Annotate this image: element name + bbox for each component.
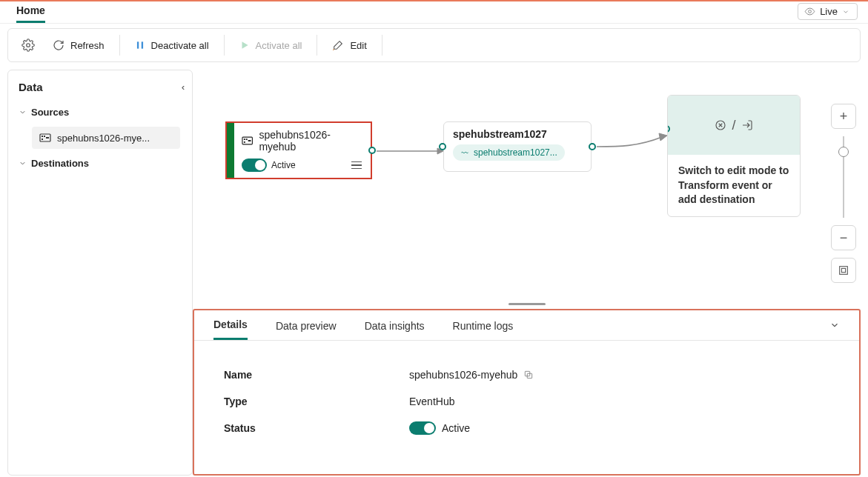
side-panel-title: Data — [19, 81, 43, 93]
refresh-button[interactable]: Refresh — [45, 35, 112, 56]
deactivate-all-label: Deactivate all — [151, 40, 209, 51]
eye-icon — [804, 6, 815, 17]
source-active-toggle[interactable] — [242, 159, 267, 172]
destinations-label: Destinations — [31, 158, 89, 169]
activate-all-label: Activate all — [256, 40, 302, 51]
edit-button[interactable]: Edit — [325, 35, 374, 56]
separator — [382, 35, 382, 56]
eventhub-icon — [242, 135, 253, 147]
svg-point-1 — [27, 44, 30, 47]
stream-pill-label: spehubstream1027... — [474, 147, 557, 158]
canvas[interactable]: spehubns1026-myehub Active — [193, 70, 861, 309]
detail-status-value: Active — [442, 422, 470, 434]
settings-button[interactable] — [14, 34, 42, 56]
refresh-icon — [53, 39, 64, 51]
destinations-group[interactable]: Destinations — [16, 152, 185, 175]
source-node[interactable]: spehubns1026-myehub Active — [225, 121, 372, 179]
detail-name-value: spehubns1026-myehub — [409, 369, 517, 381]
source-menu-button[interactable] — [351, 161, 362, 170]
destination-icons: / — [668, 96, 800, 155]
toolbar: Refresh Deactivate all Activate all Edit — [7, 28, 861, 62]
stream-node-title: spehubstream1027 — [453, 128, 582, 140]
transform-icon — [714, 119, 727, 132]
inspector-panel: Details Data preview Data insights Runti… — [193, 309, 861, 476]
zoom-thumb[interactable] — [838, 147, 849, 157]
svg-rect-3 — [141, 41, 142, 48]
copy-icon[interactable] — [523, 370, 534, 380]
side-panel: Data ‹‹ Sources spehubns1026-mye... Dest… — [7, 70, 193, 476]
chevron-down-icon — [829, 320, 840, 330]
connector — [597, 130, 667, 153]
live-mode-label: Live — [820, 6, 838, 17]
detail-type-value: EventHub — [409, 396, 454, 407]
stream-node[interactable]: spehubstream1027 spehubstream1027... — [443, 121, 592, 172]
input-port[interactable] — [439, 143, 446, 150]
tab-data-preview[interactable]: Data preview — [276, 314, 337, 339]
source-item[interactable]: spehubns1026-mye... — [32, 127, 180, 149]
svg-rect-11 — [246, 139, 248, 140]
tab-details[interactable]: Details — [213, 313, 248, 340]
svg-rect-18 — [840, 267, 848, 275]
eventhub-icon — [39, 132, 51, 144]
zoom-in-button[interactable]: + — [831, 104, 856, 129]
live-mode-button[interactable]: Live — [798, 3, 858, 20]
tab-data-insights[interactable]: Data insights — [365, 314, 425, 339]
collapse-inspector-button[interactable] — [829, 320, 840, 333]
separator — [224, 35, 225, 56]
svg-marker-16 — [659, 133, 667, 141]
gear-icon — [21, 39, 35, 52]
connector — [377, 147, 443, 156]
edit-label: Edit — [350, 40, 366, 51]
output-port[interactable] — [368, 147, 376, 154]
svg-rect-13 — [248, 140, 251, 141]
source-item-label: spehubns1026-mye... — [57, 133, 150, 144]
svg-rect-10 — [244, 139, 245, 140]
svg-rect-19 — [841, 268, 845, 272]
tab-runtime-logs[interactable]: Runtime logs — [453, 314, 514, 339]
fit-to-screen-button[interactable] — [831, 258, 856, 283]
edit-icon — [332, 39, 344, 51]
source-node-title: spehubns1026-myehub — [259, 129, 363, 153]
source-status: Active — [271, 160, 296, 170]
svg-rect-2 — [136, 41, 138, 48]
svg-rect-7 — [42, 139, 43, 140]
status-toggle[interactable] — [409, 421, 436, 435]
stream-pill[interactable]: spehubstream1027... — [453, 144, 565, 161]
pause-icon — [135, 40, 145, 50]
svg-rect-8 — [46, 137, 49, 139]
svg-rect-6 — [44, 136, 45, 137]
detail-status-label: Status — [224, 422, 409, 434]
refresh-label: Refresh — [70, 40, 105, 51]
tab-home[interactable]: Home — [16, 1, 45, 23]
svg-rect-5 — [42, 136, 43, 137]
svg-rect-12 — [244, 141, 245, 143]
zoom-out-button[interactable]: − — [831, 225, 856, 250]
chevron-down-icon — [19, 159, 27, 167]
fit-icon — [838, 264, 849, 276]
output-port[interactable] — [589, 143, 596, 150]
stream-icon — [460, 148, 469, 157]
svg-point-0 — [809, 10, 812, 13]
detail-type-label: Type — [224, 396, 409, 407]
destination-placeholder-node[interactable]: / Switch to edit mode to Transform event… — [667, 95, 801, 217]
sources-label: Sources — [31, 107, 69, 118]
separator — [119, 35, 120, 56]
destination-hint: Switch to edit mode to Transform event o… — [668, 155, 800, 216]
separator — [317, 35, 317, 56]
zoom-slider[interactable] — [843, 136, 844, 218]
deactivate-all-button[interactable]: Deactivate all — [127, 36, 216, 56]
sources-group[interactable]: Sources — [16, 101, 185, 124]
activate-all-button: Activate all — [232, 36, 310, 56]
chevron-down-icon — [19, 108, 27, 116]
chevron-down-icon — [842, 8, 849, 16]
zoom-controls: + − — [829, 104, 858, 283]
play-icon — [239, 40, 250, 50]
output-icon — [741, 119, 754, 132]
detail-name-label: Name — [224, 369, 409, 381]
